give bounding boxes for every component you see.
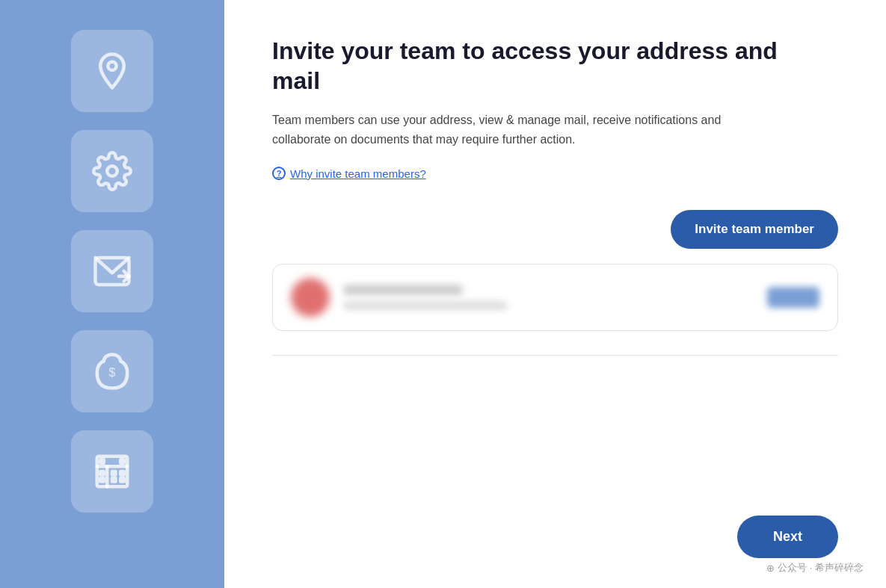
location-pin-icon [92, 51, 132, 91]
invite-team-member-button[interactable]: Invite team member [671, 210, 838, 249]
sidebar-icon-billing: $ [71, 330, 153, 412]
building-icon [92, 451, 132, 492]
next-button[interactable]: Next [737, 516, 838, 558]
member-list-card [272, 264, 838, 331]
watermark-text: 公众号 · 希声碎碎念 [778, 561, 864, 575]
svg-rect-10 [100, 459, 104, 463]
main-content: Invite your team to access your address … [224, 0, 886, 588]
mail-icon [92, 251, 132, 291]
svg-rect-16 [112, 478, 116, 482]
page-title: Invite your team to access your address … [272, 36, 796, 96]
member-role-badge-blurred [767, 287, 819, 308]
member-info [343, 285, 754, 310]
watermark: ⊕ 公众号 · 希声碎碎念 [766, 561, 864, 575]
sidebar-icon-settings [71, 130, 153, 212]
help-link-text: Why invite team members? [290, 167, 426, 180]
svg-text:$: $ [109, 366, 116, 379]
sidebar: $ [0, 0, 224, 588]
invite-button-row: Invite team member [272, 210, 838, 249]
sidebar-icon-building [71, 430, 153, 513]
sidebar-icon-mail [71, 230, 153, 312]
description-text: Team members can use your address, view … [272, 111, 781, 149]
svg-point-0 [108, 62, 116, 70]
section-divider [272, 355, 838, 356]
svg-rect-12 [100, 471, 104, 475]
member-name-blurred [343, 285, 463, 295]
member-avatar [291, 278, 330, 317]
svg-rect-11 [120, 459, 124, 463]
svg-rect-13 [112, 471, 116, 475]
svg-rect-15 [100, 478, 104, 482]
svg-rect-17 [120, 478, 124, 482]
next-button-row: Next [272, 516, 838, 558]
help-link[interactable]: ? Why invite team members? [272, 167, 838, 180]
wechat-icon: ⊕ [766, 563, 775, 574]
question-icon: ? [272, 167, 286, 180]
svg-rect-14 [120, 471, 124, 475]
gear-icon [92, 151, 132, 191]
money-bag-icon: $ [92, 351, 132, 392]
svg-point-1 [107, 166, 117, 176]
sidebar-icon-location [71, 30, 153, 112]
member-email-blurred [343, 301, 508, 310]
